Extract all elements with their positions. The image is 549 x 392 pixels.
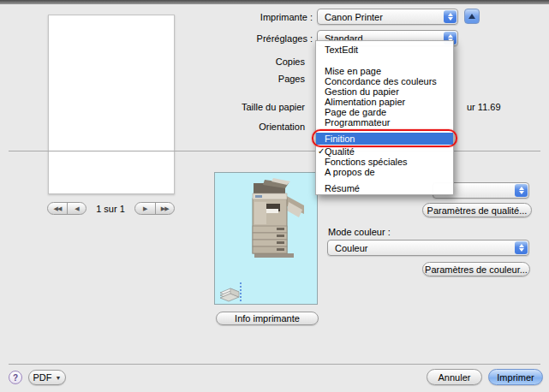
popup-stepper-icon	[444, 10, 457, 23]
print-dialog: { "form": { "printer": { "label": "Impri…	[0, 0, 549, 392]
print-preview-page	[48, 15, 175, 194]
printer-info-button[interactable]: Info imprimante	[216, 312, 319, 325]
menu-item-r-sum[interactable]: Résumé	[316, 183, 453, 193]
print-button[interactable]: Imprimer	[488, 369, 543, 385]
quality-settings-button[interactable]: Paramètres de qualité...	[422, 203, 532, 217]
menu-item-page-de-garde[interactable]: Page de garde	[316, 107, 453, 117]
color-mode-value: Couleur	[335, 243, 368, 253]
paper-size-label: Taille du papier	[242, 102, 305, 112]
footer-divider	[9, 364, 540, 365]
menu-item-label: Concordance des couleurs	[325, 76, 437, 86]
first-page-button[interactable]: ◀◀	[48, 203, 67, 214]
menu-separator	[316, 55, 453, 66]
window-top-edge	[0, 0, 549, 4]
last-page-icon: ▶▶	[161, 205, 169, 212]
color-mode-label: Mode couleur :	[328, 227, 391, 237]
menu-item-label: Programmateur	[325, 117, 390, 128]
popup-stepper-icon	[515, 241, 528, 254]
menu-item-alimentation-papier[interactable]: Alimentation papier	[316, 97, 453, 107]
menu-item-a-propos-de[interactable]: A propos de	[316, 167, 453, 177]
cancel-button[interactable]: Annuler	[427, 369, 482, 385]
printer-preview-panel	[214, 172, 318, 305]
presets-dropdown-menu: TextEditMise en pageConcordance des coul…	[315, 40, 454, 195]
menu-item-label: Résumé	[325, 183, 360, 193]
menu-item-programmateur[interactable]: Programmateur	[316, 117, 453, 128]
previous-page-button[interactable]: ◀	[67, 203, 86, 214]
chevron-down-icon: ▼	[56, 375, 62, 381]
menu-item-label: Alimentation papier	[325, 97, 405, 107]
printer-popup[interactable]: Canon Printer	[317, 9, 458, 25]
next-page-icon: ▶	[143, 205, 146, 212]
printer-illustration	[239, 176, 316, 262]
help-button[interactable]: ?	[9, 371, 22, 384]
paper-size-value-fragment: ur 11.69	[467, 102, 501, 112]
color-settings-button[interactable]: Paramètres de couleur...	[422, 262, 530, 276]
preview-nav-forward-group: ▶ ▶▶	[134, 202, 175, 215]
color-mode-popup[interactable]: Couleur	[327, 240, 529, 256]
pages-label: Pages	[278, 74, 305, 84]
section-divider	[9, 151, 540, 151]
collapse-arrow-icon	[468, 14, 475, 19]
menu-item-label: Page de garde	[325, 107, 386, 117]
page-indicator: 1 sur 1	[87, 204, 134, 214]
menu-item-label: Mise en page	[325, 66, 381, 76]
menu-item-label: TextEdit	[325, 45, 358, 55]
paper-stack-icon	[218, 279, 244, 305]
first-page-icon: ◀◀	[54, 205, 62, 212]
presets-label: Préréglages :	[257, 33, 313, 44]
printer-popup-value: Canon Printer	[325, 12, 383, 22]
help-icon: ?	[13, 373, 18, 383]
printer-label: Imprimante :	[260, 12, 313, 22]
popup-stepper-icon	[515, 184, 528, 197]
menu-item-label: Gestion du papier	[325, 86, 399, 97]
orientation-label: Orientation	[259, 122, 305, 132]
menu-item-gestion-du-papier[interactable]: Gestion du papier	[316, 86, 453, 97]
menu-item-label: Fonctions spéciales	[325, 157, 408, 167]
copies-label: Copies	[276, 56, 305, 67]
menu-item-textedit[interactable]: TextEdit	[316, 45, 453, 55]
last-page-button[interactable]: ▶▶	[155, 203, 175, 214]
next-page-button[interactable]: ▶	[135, 203, 155, 214]
menu-item-qualit[interactable]: ✓Qualité	[316, 146, 453, 157]
pdf-button-label: PDF	[33, 372, 52, 383]
menu-item-label: A propos de	[325, 167, 375, 177]
previous-page-icon: ◀	[75, 205, 78, 212]
pdf-menu-button[interactable]: PDF ▼	[28, 370, 66, 385]
menu-item-concordance-des-couleurs[interactable]: Concordance des couleurs	[316, 76, 453, 86]
collapse-dialog-button[interactable]	[464, 9, 480, 24]
menu-separator	[316, 177, 453, 183]
preview-nav-back-group: ◀◀ ◀	[47, 202, 87, 215]
finition-highlight-annotation	[312, 129, 457, 147]
menu-item-fonctions-sp-ciales[interactable]: Fonctions spéciales	[316, 157, 453, 167]
menu-item-label: Qualité	[325, 146, 355, 157]
checkmark-icon: ✓	[318, 146, 325, 157]
menu-item-mise-en-page[interactable]: Mise en page	[316, 66, 453, 76]
